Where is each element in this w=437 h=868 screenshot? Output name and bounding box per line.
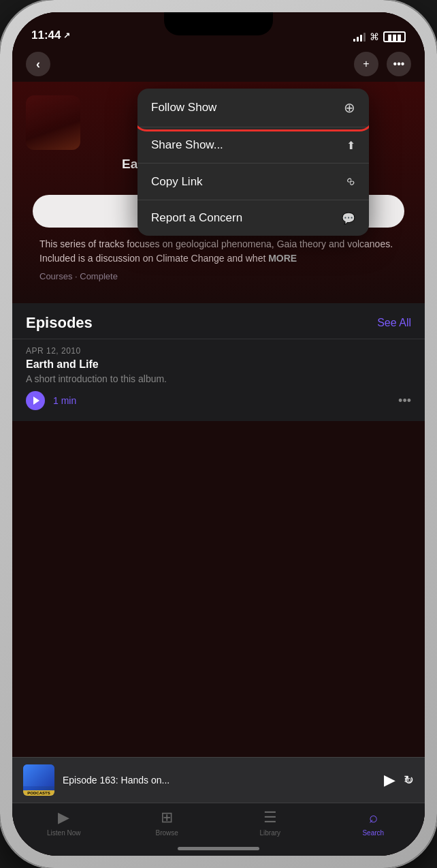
podcast-art-bg xyxy=(26,95,80,150)
episode-duration: 1 min xyxy=(53,395,76,406)
browse-icon: ⊞ xyxy=(161,809,173,826)
mini-player-title: Episode 163: Hands on... xyxy=(63,775,376,786)
context-menu: Follow Show ⊕ Share Show... ⬆ Co xyxy=(137,89,369,236)
episode-more-button[interactable]: ••• xyxy=(398,394,411,408)
podcast-tags: Courses · Complete xyxy=(26,266,411,292)
screen: 11:44 ↗ ⌘ ▮▮▮ ‹ xyxy=(12,12,425,856)
share-show-label: Share Show... xyxy=(151,138,223,152)
description-text: This series of tracks focuses on geologi… xyxy=(39,238,393,264)
report-concern-label: Report a Concern xyxy=(151,211,242,225)
see-all-button[interactable]: See All xyxy=(377,317,411,329)
podcast-description: This series of tracks focuses on geologi… xyxy=(26,237,411,266)
tab-library[interactable]: ☰ Library xyxy=(218,809,322,837)
search-icon: ⌕ xyxy=(369,809,378,826)
share-show-icon: ⬆ xyxy=(346,139,355,152)
home-indicator xyxy=(178,847,259,850)
episodes-title: Episodes xyxy=(26,314,93,332)
signal-bars xyxy=(353,32,366,42)
mini-player-badge: PODCASTS xyxy=(23,790,54,796)
follow-show-label: Follow Show xyxy=(151,101,216,114)
tab-search[interactable]: ⌕ Search xyxy=(322,809,425,837)
copy-link-item[interactable]: Copy Link ∞ xyxy=(137,164,369,200)
signal-bar-3 xyxy=(360,35,362,42)
podcast-header: Earth and Life - for iPod/iPhone The Ope… xyxy=(12,82,425,303)
tab-listen-now[interactable]: ▶ Listen Now xyxy=(12,809,116,837)
top-nav: ‹ + ••• xyxy=(12,46,425,82)
report-concern-icon: 💬 xyxy=(342,212,355,225)
content-area: Earth and Life - for iPod/iPhone The Ope… xyxy=(12,82,425,757)
search-label: Search xyxy=(362,829,384,837)
episode-actions: 1 min ••• xyxy=(26,391,411,410)
listen-now-icon: ▶ xyxy=(58,809,69,826)
mini-player-skip-button[interactable]: ↻30 xyxy=(404,773,414,788)
signal-bar-2 xyxy=(357,37,359,42)
signal-bar-4 xyxy=(363,33,366,42)
library-label: Library xyxy=(259,829,280,837)
back-button[interactable]: ‹ xyxy=(26,52,50,76)
episode-title: Earth and Life xyxy=(26,358,411,371)
battery-icon: ▮▮▮ xyxy=(383,31,406,42)
status-icons: ⌘ ▮▮▮ xyxy=(353,31,406,42)
phone-frame: 11:44 ↗ ⌘ ▮▮▮ ‹ xyxy=(0,0,437,868)
wifi-icon: ⌘ xyxy=(370,31,379,42)
mini-player-art: PODCASTS xyxy=(23,764,54,796)
share-show-item[interactable]: Share Show... ⬆ xyxy=(137,127,369,164)
more-button[interactable]: ••• xyxy=(387,52,411,76)
tab-browse[interactable]: ⊞ Browse xyxy=(116,809,219,837)
time-text: 11:44 xyxy=(31,29,61,42)
episodes-header: Episodes See All xyxy=(12,303,425,339)
mini-player-play-button[interactable]: ▶ xyxy=(384,771,395,789)
nav-right: + ••• xyxy=(354,52,411,76)
add-button[interactable]: + xyxy=(354,52,378,76)
follow-show-wrapper: Follow Show ⊕ xyxy=(137,89,369,127)
report-concern-item[interactable]: Report a Concern 💬 xyxy=(137,200,369,236)
episode-date: APR 12, 2010 xyxy=(26,346,411,356)
listen-now-label: Listen Now xyxy=(47,829,80,837)
mini-player[interactable]: PODCASTS Episode 163: Hands on... ▶ ↻30 xyxy=(12,757,425,803)
follow-show-item[interactable]: Follow Show ⊕ xyxy=(137,89,369,127)
episode-play-button[interactable] xyxy=(26,391,45,410)
signal-bar-1 xyxy=(353,39,355,42)
copy-link-icon: ∞ xyxy=(343,174,359,190)
episodes-section: Episodes See All APR 12, 2010 Earth and … xyxy=(12,303,425,421)
more-label[interactable]: MORE xyxy=(268,253,297,264)
more-icon: ••• xyxy=(393,58,405,70)
podcast-art xyxy=(26,95,80,150)
episode-description: A short introduction to this album. xyxy=(26,373,411,384)
add-icon: + xyxy=(363,58,369,70)
copy-link-label: Copy Link xyxy=(151,175,203,189)
library-icon: ☰ xyxy=(263,809,277,826)
episode-item: APR 12, 2010 Earth and Life A short intr… xyxy=(12,339,425,421)
back-icon: ‹ xyxy=(36,57,40,72)
status-time: 11:44 ↗ xyxy=(31,29,70,42)
notch xyxy=(164,12,273,35)
browse-label: Browse xyxy=(156,829,178,837)
phone-screen: 11:44 ↗ ⌘ ▮▮▮ ‹ xyxy=(12,12,425,856)
episode-play-icon xyxy=(33,397,39,405)
follow-show-icon: ⊕ xyxy=(344,99,355,116)
location-icon: ↗ xyxy=(63,31,70,40)
